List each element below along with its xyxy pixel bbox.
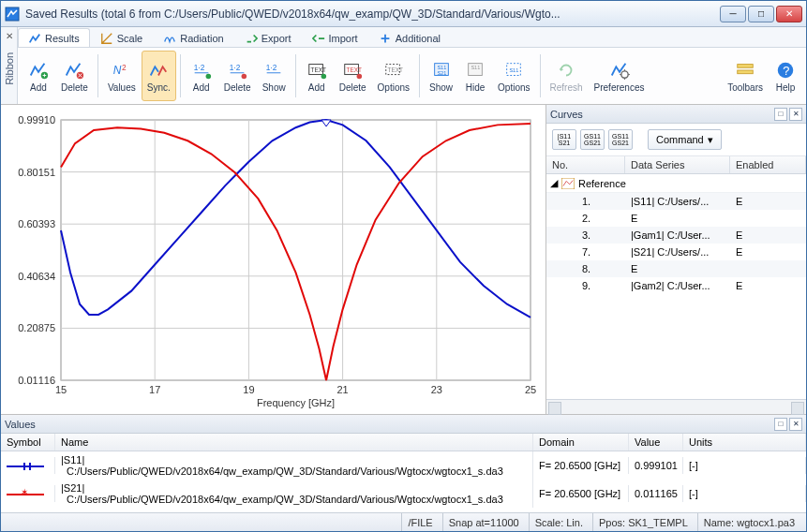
s-options-button[interactable]: S11Options xyxy=(492,51,535,101)
svg-point-9 xyxy=(242,73,247,79)
export-icon xyxy=(245,32,258,45)
svg-text:1·2: 1·2 xyxy=(230,64,241,72)
status-name: Name: wgtocx1.pa3 xyxy=(697,513,800,531)
delete-text-button[interactable]: TEXTDelete xyxy=(334,51,372,101)
tab-additional[interactable]: Additional xyxy=(368,28,451,47)
tab-export[interactable]: Export xyxy=(234,28,302,47)
svg-text:2: 2 xyxy=(122,64,127,72)
minimize-button[interactable]: ─ xyxy=(720,6,746,22)
curve-row[interactable]: 3.|Gam1| C:/User...E xyxy=(546,227,806,244)
ribbon-toolbar: Add Delete N2Values Sync. 1·2Add 1·2Dele… xyxy=(18,48,806,104)
curves-title: Curves xyxy=(550,109,583,120)
titlebar: Saved Results (total 6 from C:/Users/Pub… xyxy=(1,1,806,27)
status-file: /FILE xyxy=(401,513,438,531)
curve-row[interactable]: 7.|S21| C:/Users/...E xyxy=(546,244,806,260)
svg-text:15: 15 xyxy=(55,384,67,395)
col-no[interactable]: No. xyxy=(546,156,625,173)
reference-row[interactable]: ◢ Reference xyxy=(546,174,806,193)
sync-button[interactable]: Sync. xyxy=(142,51,176,101)
svg-text:S11: S11 xyxy=(510,66,519,72)
command-button[interactable]: Command▾ xyxy=(648,129,722,150)
panel-close-icon[interactable]: ✕ xyxy=(789,108,802,121)
svg-text:25: 25 xyxy=(525,384,536,395)
value-row[interactable]: |S21| C:/Users/Public/QWED/v2018x64/qw_e… xyxy=(1,480,806,508)
values-button[interactable]: N2Values xyxy=(102,51,142,101)
show-marker-button[interactable]: 1·2Show xyxy=(257,51,291,101)
svg-text:TEXT: TEXT xyxy=(387,66,402,72)
text-options-icon: TEXT xyxy=(383,60,404,81)
ribbon-tabs: Results Scale Radiation Export Import Ad… xyxy=(18,27,806,48)
svg-text:19: 19 xyxy=(243,384,254,395)
curve-row[interactable]: 8.E xyxy=(546,260,806,277)
ribbon-close-icon[interactable]: ✕ xyxy=(6,27,13,45)
refresh-icon xyxy=(556,60,576,81)
toolbars-button[interactable]: Toolbars xyxy=(722,51,769,101)
s11-filter-button[interactable]: |S11S21 xyxy=(552,129,576,150)
col-name[interactable]: Name xyxy=(55,434,533,451)
values-undock-icon[interactable]: □ xyxy=(774,418,787,431)
close-button[interactable]: ✕ xyxy=(776,6,802,22)
svg-text:0.20875: 0.20875 xyxy=(18,322,55,333)
preferences-button[interactable]: Preferences xyxy=(589,51,650,101)
import-icon xyxy=(312,32,325,45)
svg-point-16 xyxy=(357,73,363,79)
gs11-filter-button[interactable]: GS11GS21 xyxy=(580,129,605,150)
col-units[interactable]: Units xyxy=(683,434,806,451)
app-window: Saved Results (total 6 from C:/Users/Pub… xyxy=(0,0,807,532)
add-button[interactable]: Add xyxy=(22,51,55,101)
panel-undock-icon[interactable]: □ xyxy=(774,108,787,121)
curve-row[interactable]: 2.E xyxy=(546,210,806,227)
svg-text:0.80151: 0.80151 xyxy=(18,167,55,178)
svg-rect-0 xyxy=(6,7,19,21)
values-icon: N2 xyxy=(112,60,132,81)
tab-results[interactable]: Results xyxy=(18,28,90,47)
help-button[interactable]: ?Help xyxy=(769,51,802,101)
content-area: 1517192123250.011160.208750.406340.60393… xyxy=(1,105,806,414)
curves-table: No. Data Series Enabled ◢ Reference 1.|S… xyxy=(546,156,806,399)
chevron-down-icon: ▾ xyxy=(708,134,713,146)
add-text-button[interactable]: TEXTAdd xyxy=(300,51,334,101)
curve-row[interactable]: 1.|S11| C:/Users/...E xyxy=(546,193,806,210)
delete-button[interactable]: Delete xyxy=(55,51,94,101)
gs21-filter-button[interactable]: GS11GS21 xyxy=(608,129,633,150)
col-enabled[interactable]: Enabled xyxy=(730,156,806,173)
svg-text:0.01116: 0.01116 xyxy=(18,375,55,386)
delete-results-icon xyxy=(64,60,84,81)
delete-marker-icon: 1·2 xyxy=(227,60,247,81)
chart-icon xyxy=(28,32,41,45)
add-marker-icon: 1·2 xyxy=(191,60,212,81)
chart-pane[interactable]: 1517192123250.011160.208750.406340.60393… xyxy=(1,105,545,414)
delete-marker-button[interactable]: 1·2Delete xyxy=(218,51,257,101)
col-dataseries[interactable]: Data Series xyxy=(625,156,730,173)
chart: 1517192123250.011160.208750.406340.60393… xyxy=(7,112,540,410)
values-close-icon[interactable]: ✕ xyxy=(789,418,802,431)
hide-s-button[interactable]: S11Hide xyxy=(458,51,492,101)
svg-rect-27 xyxy=(738,64,754,67)
status-scale: Scale: Lin. xyxy=(529,513,589,531)
svg-text:0.99910: 0.99910 xyxy=(18,114,55,126)
show-marker-icon: 1·2 xyxy=(263,60,284,81)
svg-text:Frequency [GHz]: Frequency [GHz] xyxy=(257,397,335,408)
show-s-button[interactable]: S11S21Show xyxy=(424,51,458,101)
col-value[interactable]: Value xyxy=(629,434,683,451)
value-row[interactable]: |S11| C:/Users/Public/QWED/v2018x64/qw_e… xyxy=(1,451,806,480)
add-results-icon xyxy=(28,60,49,81)
tab-scale[interactable]: Scale xyxy=(90,28,154,47)
reference-icon xyxy=(561,178,575,189)
svg-text:0.40634: 0.40634 xyxy=(18,271,55,282)
svg-text:N: N xyxy=(113,63,122,76)
tab-radiation[interactable]: Radiation xyxy=(153,28,233,47)
maximize-button[interactable]: □ xyxy=(748,6,774,22)
svg-text:17: 17 xyxy=(149,384,160,395)
col-symbol[interactable]: Symbol xyxy=(1,434,55,451)
col-domain[interactable]: Domain xyxy=(533,434,629,451)
svg-rect-28 xyxy=(738,70,754,74)
tab-import[interactable]: Import xyxy=(302,28,368,47)
curves-hscroll[interactable] xyxy=(546,399,806,414)
svg-point-26 xyxy=(620,70,627,77)
curve-row[interactable]: 9.|Gam2| C:/User...E xyxy=(546,277,806,294)
add-marker-button[interactable]: 1·2Add xyxy=(185,51,218,101)
collapse-icon[interactable]: ◢ xyxy=(550,177,558,189)
text-options-button[interactable]: TEXTOptions xyxy=(372,51,415,101)
svg-text:23: 23 xyxy=(431,384,442,395)
